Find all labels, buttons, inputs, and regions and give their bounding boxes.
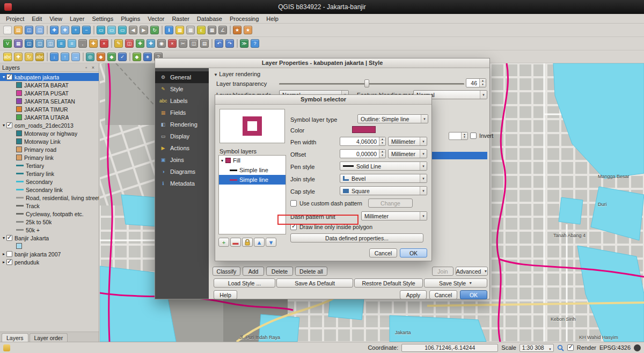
layer-tree-row[interactable]: JAKARTA BARAT [0, 81, 99, 89]
save-style-button[interactable]: Save Style▼ [424, 278, 487, 288]
add-symbol-layer-button[interactable]: + [218, 238, 229, 247]
layer-tree-row[interactable]: Tertiary [0, 161, 99, 170]
layer-tree-row[interactable]: 25k to 50k [0, 218, 99, 226]
move-layer-up-button[interactable]: ▲ [254, 238, 265, 247]
layer-visibility-checkbox[interactable] [6, 122, 12, 128]
move-feature-icon[interactable]: ✚ [145, 38, 156, 49]
properties-tab-rendering[interactable]: ◧ Rendering [155, 119, 209, 130]
layer-tree-row[interactable]: Road, residential, living street, etc. [0, 194, 99, 202]
symbol-layer-simple-line[interactable]: Simple line [219, 165, 286, 175]
symbol-layer-simple-line-selected[interactable]: Simple line [219, 175, 286, 185]
open-project-icon[interactable]: ▤ [13, 25, 24, 35]
zoom-full-icon[interactable]: ▭ [96, 25, 106, 35]
add-spatialite-layer-icon[interactable]: ◫ [34, 38, 45, 49]
pen-width-unit-combo[interactable]: Millimeter [388, 137, 427, 146]
menu-item[interactable]: Edit [28, 16, 46, 22]
layer-tree-row[interactable]: Primary link [0, 153, 99, 161]
separator[interactable] [45, 25, 49, 35]
cancel-button[interactable]: Cancel [429, 290, 457, 299]
osm-export-icon[interactable]: → [70, 52, 81, 62]
menu-item[interactable]: Database [193, 16, 226, 22]
separator[interactable] [210, 38, 214, 49]
add-wms-layer-icon[interactable]: ≡ [56, 38, 67, 49]
cut-features-icon[interactable]: ✂ [178, 38, 188, 49]
menu-item[interactable]: Help [262, 16, 282, 22]
layer-tree-row[interactable]: 50k + [0, 226, 99, 234]
menu-item[interactable]: Layer [66, 16, 89, 22]
grass-tools-icon[interactable]: ◆ [131, 52, 142, 62]
open-attribute-table-icon[interactable]: ▦ [207, 25, 217, 35]
magnifier-icon[interactable] [557, 344, 564, 351]
copy-features-icon[interactable]: ◫ [188, 38, 199, 49]
save-project-as-icon[interactable]: ◫ [34, 25, 45, 35]
pen-style-combo[interactable]: Solid Line [340, 161, 427, 171]
dash-pattern-unit-combo[interactable]: Millimeter [361, 211, 427, 220]
osm-import-icon[interactable]: ↑ [60, 52, 70, 62]
dock-panel-icon[interactable]: ▫ [83, 65, 90, 70]
paste-features-icon[interactable]: ▤ [199, 38, 210, 49]
zoom-to-layer-icon[interactable]: ▭ [117, 25, 128, 35]
scale-combo[interactable]: 1:30 308 [519, 344, 554, 352]
expand-arrow-icon[interactable]: ▾ [1, 236, 6, 240]
symbol-ok-button[interactable]: OK [400, 248, 427, 258]
layer-tree-row[interactable]: JAKARTA SELATAN [0, 97, 99, 105]
show-bookmarks-icon[interactable]: ★ [243, 25, 253, 35]
cap-style-combo[interactable]: Square [340, 186, 427, 195]
delete-selected-icon[interactable]: × [167, 38, 178, 49]
spin-down-icon[interactable] [479, 83, 486, 87]
properties-tab-fields[interactable]: ▦ Fields [155, 107, 209, 119]
properties-tab-diagrams[interactable]: ◑ Diagrams [155, 166, 209, 178]
toggle-editing-icon[interactable]: ✎ [113, 38, 124, 49]
apply-button[interactable]: Apply [400, 290, 427, 299]
separator[interactable] [81, 52, 85, 62]
zoom-in-icon[interactable]: + [70, 25, 81, 35]
add-vector-layer-icon[interactable]: V [2, 38, 13, 49]
add-delimited-text-icon[interactable]: , [77, 38, 88, 49]
delete-all-button[interactable]: Delete all [295, 267, 327, 276]
label-move-icon[interactable]: ✚ [13, 52, 24, 62]
classify-button[interactable]: Classify [213, 267, 240, 276]
save-project-icon[interactable]: ◫ [24, 25, 34, 35]
measure-line-icon[interactable]: ∠ [217, 25, 228, 35]
spin-down-icon[interactable] [379, 141, 385, 145]
offset-spin[interactable]: 0,00000 [340, 149, 386, 158]
separator[interactable] [92, 25, 96, 35]
zoom-out-icon[interactable]: − [81, 25, 92, 35]
layer-tree-row[interactable]: ▾ osm_roads_21dec2013 [0, 121, 99, 129]
layer-tree-row[interactable]: Motorway Link [0, 137, 99, 145]
new-shapefile-layer-icon[interactable]: ✚ [88, 38, 99, 49]
oracle-georaster-icon[interactable]: ◆ [96, 52, 106, 62]
layer-visibility-checkbox[interactable] [6, 251, 12, 257]
crs-status-icon[interactable] [634, 344, 641, 351]
zoom-last-icon[interactable]: ◀ [128, 25, 138, 35]
load-style-button[interactable]: Load Style ... [214, 278, 275, 288]
lock-color-button[interactable] [242, 238, 253, 247]
save-as-default-button[interactable]: Save As Default [276, 278, 353, 288]
zoom-to-selection-icon[interactable]: ▭ [106, 25, 117, 35]
properties-tab-labels[interactable]: abc Labels [155, 95, 209, 107]
add-postgis-layer-icon[interactable]: ◫ [24, 38, 34, 49]
save-layer-edits-icon[interactable]: ◫ [124, 38, 135, 49]
menu-item[interactable]: Raster [168, 16, 193, 22]
transparency-slider[interactable] [279, 79, 464, 88]
remove-symbol-layer-button[interactable]: ▬ [230, 238, 241, 247]
properties-tab-metadata[interactable]: ℹ Metadata [155, 178, 209, 189]
data-defined-properties-button[interactable]: Data defined properties... [290, 233, 423, 242]
custom-dash-checkbox[interactable] [290, 200, 297, 207]
pan-to-selection-icon[interactable]: ✚ [60, 25, 70, 35]
layer-rendering-section[interactable]: Layer rendering [214, 71, 260, 77]
layer-tree-row[interactable]: Cycleway, footpath etc. [0, 210, 99, 218]
add-raster-layer-icon[interactable]: ▦ [13, 38, 24, 49]
separator[interactable] [235, 38, 239, 49]
separator[interactable] [109, 38, 113, 49]
zoom-next-icon[interactable]: ▶ [138, 25, 149, 35]
symbol-layer-root[interactable]: ▾ Fill [219, 156, 286, 165]
properties-tab-joins[interactable]: ▣ Joins [155, 154, 209, 166]
layer-tree-row[interactable]: Tertiary link [0, 170, 99, 178]
layer-tree-row[interactable]: Track [0, 202, 99, 210]
move-layer-down-button[interactable]: ▼ [266, 238, 276, 247]
separator[interactable] [45, 52, 49, 62]
layer-tree-row[interactable]: ▸ banjir jakarta 2007 [0, 250, 99, 258]
help-button[interactable]: Help [214, 290, 237, 299]
offline-editing-icon[interactable]: ◆ [106, 52, 117, 62]
